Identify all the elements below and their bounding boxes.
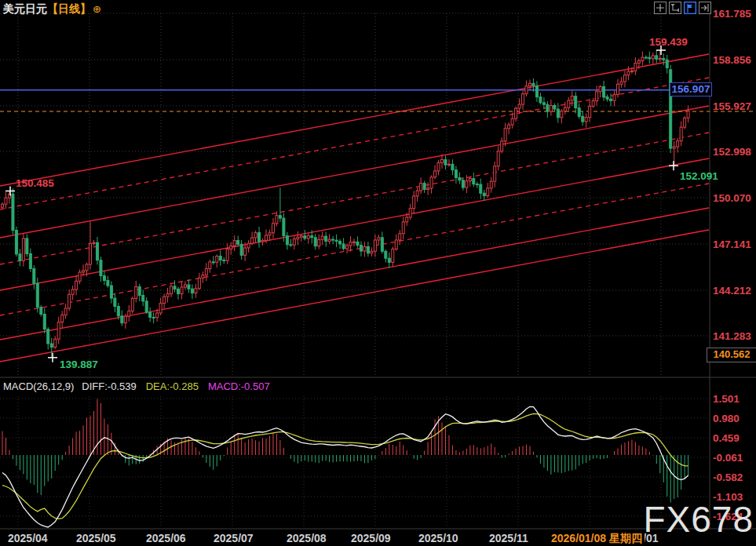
candle-body xyxy=(163,297,166,303)
candle-body xyxy=(610,99,612,100)
marker-flag-icon xyxy=(686,4,694,13)
candle-body xyxy=(107,280,109,286)
candle-body xyxy=(494,166,496,181)
candle-body xyxy=(61,315,64,322)
candle-body xyxy=(290,245,292,246)
candle-body xyxy=(473,179,475,184)
candle-body xyxy=(378,238,380,240)
candle-body xyxy=(339,242,341,244)
candle-body xyxy=(546,104,549,111)
candle-body xyxy=(26,238,28,253)
macd-indicator-header: MACD(26,12,9)DIFF:-0.539DEA:-0.285MACD:-… xyxy=(3,380,270,392)
candle-body xyxy=(561,111,563,118)
pan-right-tool-button[interactable] xyxy=(699,2,711,14)
candle-body xyxy=(684,118,686,127)
time-axis-label: 2025/08 xyxy=(287,532,327,544)
candle-body xyxy=(205,269,207,275)
price-macd-chart[interactable]: 150.485139.887159.439152.091161.785158.8… xyxy=(0,0,756,546)
move-tool-button[interactable] xyxy=(654,2,667,14)
candle-body xyxy=(659,58,661,59)
candle-body xyxy=(332,239,334,240)
candle-body xyxy=(50,344,53,348)
candle-body xyxy=(399,234,401,240)
marker-flag-tool-button[interactable] xyxy=(684,2,696,14)
candle-body xyxy=(103,276,105,281)
price-axis-label: 161.785 xyxy=(713,8,751,20)
price-axis-label: 150.070 xyxy=(713,192,751,204)
candle-body xyxy=(346,246,349,249)
candle-body xyxy=(173,286,176,289)
candle-body xyxy=(687,111,689,118)
candle-body xyxy=(79,272,81,281)
candle-body xyxy=(33,268,35,283)
candle-body xyxy=(648,57,651,59)
candle-body xyxy=(420,184,422,191)
candle-body xyxy=(385,251,387,258)
candle-body xyxy=(195,289,197,293)
crosshair-date-label: 2026/01/08 星期四 xyxy=(551,532,645,546)
candle-body xyxy=(247,243,250,248)
candle-body xyxy=(501,141,503,151)
candle-body xyxy=(535,86,538,96)
candle-body xyxy=(276,216,278,224)
candle-body xyxy=(198,278,200,288)
chart-background xyxy=(0,0,756,546)
candle-body xyxy=(518,104,520,108)
candle-body xyxy=(416,191,418,196)
candle-body xyxy=(96,242,98,260)
candle-body xyxy=(335,240,338,241)
candle-body xyxy=(532,83,535,86)
candle-body xyxy=(156,313,159,318)
price-axis-label: 158.856 xyxy=(713,54,751,66)
candle-body xyxy=(630,71,633,71)
candle-body xyxy=(321,236,323,239)
candle-body xyxy=(283,218,285,236)
candle-body xyxy=(57,322,60,340)
candle-body xyxy=(110,286,112,298)
candle-body xyxy=(15,230,17,253)
candle-body xyxy=(40,308,42,315)
candle-body xyxy=(469,179,471,181)
candle-body xyxy=(553,105,556,109)
candle-body xyxy=(592,101,594,107)
candle-body xyxy=(663,58,665,60)
candle-body xyxy=(402,222,404,234)
candle-body xyxy=(603,86,605,96)
candle-body xyxy=(135,287,137,299)
time-axis-label: 2025/06 xyxy=(146,532,186,544)
candle-body xyxy=(86,264,88,271)
candle-body xyxy=(138,287,141,296)
candle-body xyxy=(542,103,545,104)
candle-body xyxy=(75,281,78,289)
candle-body xyxy=(93,242,95,243)
candle-body xyxy=(114,298,116,306)
candle-body xyxy=(360,246,362,251)
time-axis-label: 2025/09 xyxy=(351,532,391,544)
candle-body xyxy=(444,159,447,165)
candle-body xyxy=(613,94,615,100)
candle-body xyxy=(437,162,440,171)
add-indicator-icon[interactable]: ⊕ xyxy=(93,3,101,15)
axis-scale-tool-button[interactable] xyxy=(669,2,681,14)
candle-body xyxy=(265,235,268,241)
candle-body xyxy=(367,246,369,253)
extreme-price-label: 139.887 xyxy=(60,359,98,370)
candle-body xyxy=(170,286,173,294)
macd-axis-label: -0.061 xyxy=(713,452,743,464)
candle-body xyxy=(293,239,295,246)
candle-body xyxy=(149,312,152,317)
candle-body xyxy=(159,304,162,313)
candle-body xyxy=(374,240,376,251)
time-axis-label: 2025/07 xyxy=(214,532,254,544)
candle-body xyxy=(571,96,573,100)
candle-body xyxy=(363,246,366,251)
macd-axis-label: 1.501 xyxy=(713,393,740,405)
horizontal-line-price-label[interactable]: 156.907 xyxy=(670,82,712,96)
candle-body xyxy=(627,71,630,75)
candle-body xyxy=(314,238,316,246)
candle-body xyxy=(100,260,102,276)
candle-body xyxy=(325,236,327,241)
candle-body xyxy=(458,177,461,180)
candle-body xyxy=(202,275,204,278)
candle-body xyxy=(406,217,408,222)
